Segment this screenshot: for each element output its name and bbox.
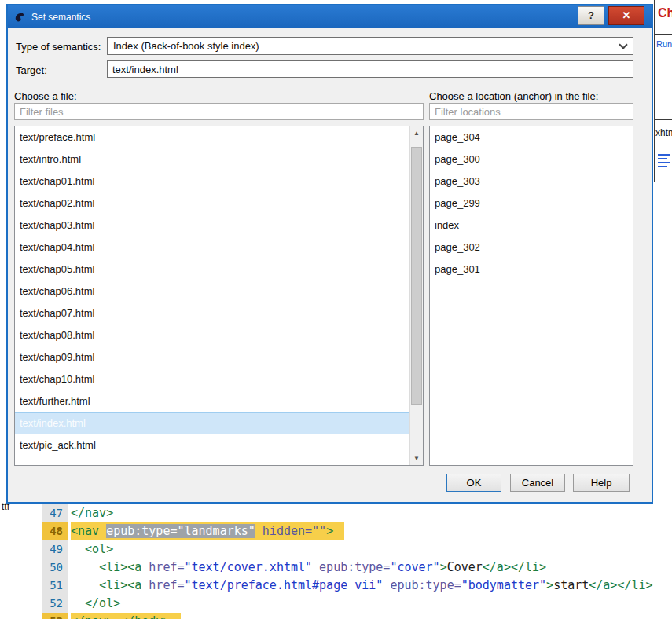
file-list-item[interactable]: text/further.html [15, 390, 409, 412]
code-line[interactable]: 50 <li><a href="text/cover.xhtml" epub:t… [42, 559, 672, 577]
choose-file-heading: Choose a file: [14, 90, 77, 102]
file-list: text/preface.htmltext/intro.htmltext/cha… [14, 126, 424, 466]
file-list-item[interactable]: text/chap07.html [15, 302, 409, 324]
target-input[interactable] [107, 60, 633, 78]
screen: ttf Ch Run xhtml 47</nav>48<nav epub:typ… [0, 0, 672, 619]
help-button[interactable]: Help [573, 474, 630, 492]
code-line[interactable]: 53</nav> </body> [42, 613, 672, 619]
background-right-panel: Ch Run xhtml [654, 0, 672, 182]
editor-tab-fragment[interactable]: xhtml [655, 127, 672, 138]
location-list: page_304page_300page_303page_299indexpag… [429, 126, 633, 466]
run-link[interactable]: Run [656, 39, 672, 49]
close-icon[interactable]: ✕ [608, 6, 644, 25]
line-number: 50 [42, 559, 68, 577]
code-line[interactable]: 52 </ol> [42, 595, 672, 613]
location-list-item[interactable]: page_303 [430, 170, 633, 192]
line-number: 48 [42, 522, 68, 540]
location-list-item[interactable]: page_299 [430, 192, 633, 214]
file-list-item[interactable]: text/chap04.html [15, 236, 409, 258]
semantics-type-value: Index (Back-of-book style index) [113, 40, 259, 52]
type-of-semantics-label: Type of semantics: [16, 41, 101, 53]
choose-location-heading: Choose a location (anchor) in the file: [429, 90, 598, 102]
filter-locations-input[interactable] [429, 103, 633, 120]
file-list-item[interactable]: text/intro.html [15, 148, 409, 170]
location-list-item[interactable]: page_302 [430, 236, 633, 258]
code-line[interactable]: 47</nav> [42, 504, 672, 522]
text-lines-icon[interactable] [658, 154, 670, 170]
filter-files-input[interactable] [14, 103, 424, 120]
location-list-item[interactable]: page_301 [430, 258, 633, 280]
location-list-item[interactable]: page_304 [430, 126, 633, 148]
cancel-button[interactable]: Cancel [510, 474, 565, 492]
file-list-item[interactable]: text/chap05.html [15, 258, 409, 280]
file-list-item[interactable]: text/chap09.html [15, 346, 409, 368]
file-list-item[interactable]: text/chap01.html [15, 170, 409, 192]
panel-title-fragment: Ch [658, 6, 672, 20]
file-list-item[interactable]: text/chap02.html [15, 192, 409, 214]
semantics-type-dropdown[interactable]: Index (Back-of-book style index) [107, 37, 633, 55]
ok-button[interactable]: OK [446, 474, 501, 492]
scroll-down-icon[interactable]: ▼ [410, 452, 423, 465]
location-list-item[interactable]: index [430, 214, 633, 236]
dialog-title: Set semantics [31, 12, 90, 23]
panel-divider [655, 34, 672, 35]
location-list-item[interactable]: page_300 [430, 148, 633, 170]
file-list-scrollbar[interactable]: ▲ ▼ [409, 126, 423, 465]
chevron-down-icon [619, 40, 627, 49]
titlebar-help-button[interactable]: ? [578, 6, 604, 25]
file-list-item[interactable]: text/chap06.html [15, 280, 409, 302]
code-line[interactable]: 51 <li><a href="text/preface.html#page_v… [42, 577, 672, 595]
line-number: 47 [42, 504, 68, 522]
line-number: 51 [42, 577, 68, 595]
panel-divider [655, 119, 672, 120]
file-list-item[interactable]: text/preface.html [15, 126, 409, 148]
target-label: Target: [16, 64, 47, 76]
code-line[interactable]: 48<nav epub:type="landmarks" hidden=""> [42, 522, 672, 540]
scroll-up-icon[interactable]: ▲ [410, 126, 423, 140]
file-list-item[interactable]: text/pic_ack.html [15, 434, 409, 456]
line-number: 52 [42, 595, 68, 613]
set-semantics-dialog: Set semantics ? ✕ Type of semantics: Ind… [6, 4, 653, 504]
file-list-item[interactable]: text/chap08.html [15, 324, 409, 346]
file-list-item[interactable]: text/chap03.html [15, 214, 409, 236]
scrollbar-thumb[interactable] [411, 147, 422, 405]
line-number: 53 [42, 613, 68, 619]
dialog-titlebar[interactable]: Set semantics ? ✕ [8, 5, 652, 28]
code-line[interactable]: 49 <ol> [42, 540, 672, 559]
sigil-app-icon [13, 11, 26, 24]
file-list-item[interactable]: text/chap10.html [15, 368, 409, 390]
code-editor[interactable]: 47</nav>48<nav epub:type="landmarks" hid… [42, 504, 672, 619]
file-list-item[interactable]: text/index.html [15, 412, 409, 434]
line-number: 49 [42, 540, 68, 559]
